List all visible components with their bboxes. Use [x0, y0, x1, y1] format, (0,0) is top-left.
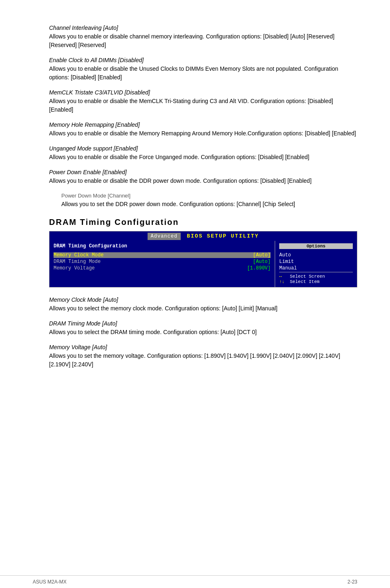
bios-options-list: AutoLimitManual — [279, 252, 353, 272]
section-block: Channel Interleaving [Auto]Allows you to… — [49, 25, 357, 49]
bios-help-key: ↔ — [279, 274, 287, 279]
section-block: Memory Hole Remapping [Enabled]Allows yo… — [49, 121, 357, 138]
section-body: Allows you to enable or disable the Forc… — [49, 153, 357, 162]
bios-item[interactable]: DRAM Timing Mode[Auto] — [54, 259, 271, 265]
power-down-sub-block: Power Down Mode [Channel] Allows you to … — [61, 193, 357, 209]
bios-section-title: DRAM Timing Configuration — [54, 243, 271, 249]
bios-options-title: Options — [279, 243, 353, 249]
bios-title: BIOS SETUP UTILITY — [187, 233, 259, 239]
footer-bar: ASUS M2A-MX 2-23 — [0, 575, 390, 588]
bios-item-value: [1.890V] — [247, 265, 271, 271]
section-body: Allows you to enable or disable the MemC… — [49, 97, 357, 114]
bios-option-item[interactable]: Manual — [279, 265, 353, 271]
bios-box: Advanced BIOS SETUP UTILITY DRAM Timing … — [49, 231, 357, 287]
section-title: Memory Hole Remapping [Enabled] — [49, 121, 357, 128]
bottom-section-block: DRAM Timing Mode [Auto]Allows you to sel… — [49, 320, 357, 337]
section-title: Unganged Mode support [Enabled] — [49, 145, 357, 152]
bottom-section-title: Memory Voltage [Auto] — [49, 344, 357, 350]
bottom-section-block: Memory Voltage [Auto]Allows you to set t… — [49, 344, 357, 369]
bios-help-row: ↑↓Select Item — [279, 279, 353, 284]
bios-header: Advanced BIOS SETUP UTILITY — [49, 231, 357, 241]
bios-help: ↔Select Screen↑↓Select Item — [279, 272, 353, 285]
bios-advanced-tab[interactable]: Advanced — [148, 233, 181, 240]
section-title: Channel Interleaving [Auto] — [49, 25, 357, 31]
bios-items-list: Memory Clock Mode[Auto]DRAM Timing Mode[… — [54, 252, 271, 271]
bios-item-label: DRAM Timing Mode — [54, 259, 249, 265]
section-block: Enable Clock to All DIMMs [Disabled]Allo… — [49, 57, 357, 82]
bottom-section-title: DRAM Timing Mode [Auto] — [49, 320, 357, 327]
bios-option-item[interactable]: Limit — [279, 259, 353, 265]
section-block: Unganged Mode support [Enabled]Allows yo… — [49, 145, 357, 162]
bios-item[interactable]: Memory Voltage[1.890V] — [54, 265, 271, 271]
power-down-sub-body: Allows you to set the DDR power down mod… — [61, 200, 357, 209]
section-title: Power Down Enable [Enabled] — [49, 169, 357, 175]
dram-heading: DRAM Timing Configuration — [49, 218, 357, 227]
section-block: Power Down Enable [Enabled]Allows you to… — [49, 169, 357, 185]
section-block: MemCLK Tristate C3/ATLVID [Disabled]Allo… — [49, 89, 357, 114]
power-down-sub-title: Power Down Mode [Channel] — [61, 193, 357, 199]
section-title: MemCLK Tristate C3/ATLVID [Disabled] — [49, 89, 357, 96]
bios-option-item[interactable]: Auto — [279, 252, 353, 258]
section-body: Allows you to enable or disable the Unus… — [49, 65, 357, 82]
bios-help-key: ↑↓ — [279, 279, 287, 284]
bottom-section-body: Allows you to select the memory clock mo… — [49, 304, 357, 313]
section-body: Allows you to enable or disable the Memo… — [49, 129, 357, 138]
bios-help-desc: Select Item — [290, 279, 320, 284]
section-title: Enable Clock to All DIMMs [Disabled] — [49, 57, 357, 63]
bios-item[interactable]: Memory Clock Mode[Auto] — [54, 252, 271, 258]
bios-right-panel: Options AutoLimitManual ↔Select Screen↑↓… — [275, 241, 357, 287]
bios-left-panel: DRAM Timing Configuration Memory Clock M… — [49, 241, 275, 287]
bottom-section-body: Allows you to select the DRAM timing mod… — [49, 328, 357, 337]
bios-item-label: Memory Voltage — [54, 265, 243, 271]
footer-left: ASUS M2A-MX — [33, 579, 67, 585]
bottom-section-title: Memory Clock Mode [Auto] — [49, 296, 357, 303]
bios-help-desc: Select Screen — [290, 274, 325, 279]
bottom-section-block: Memory Clock Mode [Auto]Allows you to se… — [49, 296, 357, 313]
bios-body: DRAM Timing Configuration Memory Clock M… — [49, 241, 357, 287]
section-body: Allows you to enable or disable the DDR … — [49, 177, 357, 185]
bios-item-value: [Auto] — [253, 259, 271, 265]
section-body: Allows you to enable or disable channel … — [49, 32, 357, 49]
bios-item-value: [Auto] — [253, 252, 271, 258]
footer-right: 2-23 — [347, 579, 357, 585]
bottom-section-body: Allows you to set the memory voltage. Co… — [49, 352, 357, 369]
bios-item-label: Memory Clock Mode — [54, 252, 249, 258]
bios-help-row: ↔Select Screen — [279, 274, 353, 279]
